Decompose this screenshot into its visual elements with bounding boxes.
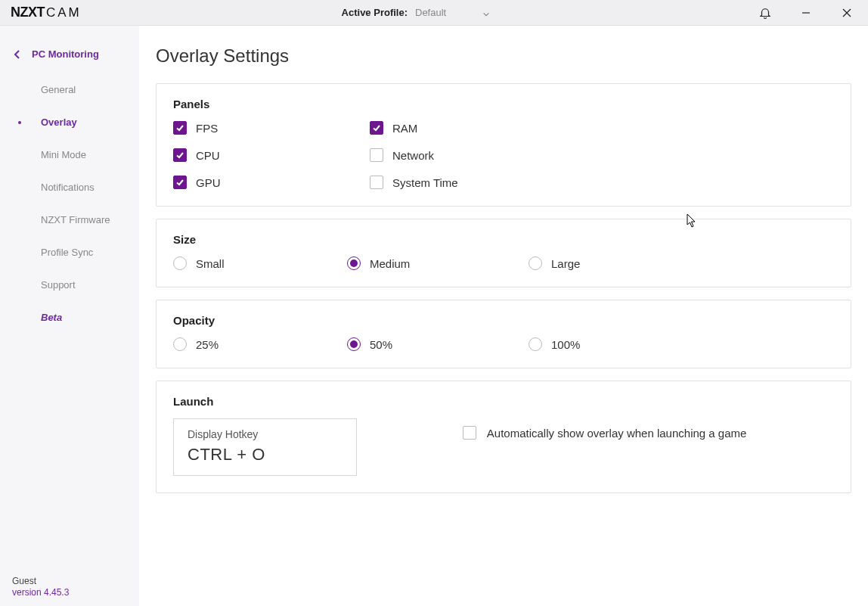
sidebar-item-profile-sync[interactable]: Profile Sync xyxy=(0,236,139,269)
radio-label: 25% xyxy=(196,338,219,351)
size-option-small: Small xyxy=(173,256,347,270)
checkbox-system-time[interactable] xyxy=(370,176,383,189)
size-title: Size xyxy=(173,233,834,246)
titlebar-center: Active Profile: Default xyxy=(82,7,750,18)
sidebar-footer: Guest version 4.45.3 xyxy=(0,576,139,606)
profile-value: Default xyxy=(415,7,446,18)
sidebar-back[interactable]: PC Monitoring xyxy=(0,42,139,66)
sidebar: PC Monitoring GeneralOverlayMini ModeNot… xyxy=(0,26,139,606)
sidebar-item-general[interactable]: General xyxy=(0,73,139,106)
chevron-left-icon xyxy=(14,50,21,59)
sidebar-item-beta[interactable]: Beta xyxy=(0,301,139,334)
app-logo: NZXTCAM xyxy=(11,5,82,20)
main-content: Overlay Settings Panels FPSRAMCPUNetwork… xyxy=(139,26,868,606)
checkbox-label: GPU xyxy=(196,176,221,189)
opacity-option-25: 25% xyxy=(173,337,347,351)
sidebar-item-support[interactable]: Support xyxy=(0,269,139,301)
size-option-medium: Medium xyxy=(347,256,529,270)
opacity-option-50: 50% xyxy=(347,337,529,351)
size-option-large: Large xyxy=(529,256,710,270)
opacity-radio-25[interactable] xyxy=(173,337,187,351)
panel-option-cpu: CPU xyxy=(173,148,370,162)
sidebar-section-title: PC Monitoring xyxy=(32,48,99,60)
checkbox-ram[interactable] xyxy=(370,121,383,135)
footer-user: Guest xyxy=(12,576,139,587)
size-grid: SmallMediumLarge xyxy=(173,256,834,270)
opacity-section: Opacity 25%50%100% xyxy=(156,300,851,368)
opacity-option-100: 100% xyxy=(529,337,710,351)
page-title: Overlay Settings xyxy=(156,45,851,67)
panel-option-fps: FPS xyxy=(173,121,370,135)
panel-option-gpu: GPU xyxy=(173,176,370,189)
close-icon xyxy=(842,8,851,17)
panels-grid: FPSRAMCPUNetworkGPUSystem Time xyxy=(173,121,834,189)
footer-version[interactable]: version 4.45.3 xyxy=(12,587,139,598)
autoshow-label: Automatically show overlay when launchin… xyxy=(487,427,747,440)
panel-option-network: Network xyxy=(370,148,566,162)
active-profile-label: Active Profile: xyxy=(342,7,408,18)
checkbox-label: CPU xyxy=(196,149,220,162)
checkbox-label: FPS xyxy=(196,122,218,135)
sidebar-item-notifications[interactable]: Notifications xyxy=(0,171,139,204)
sidebar-item-nzxt-firmware[interactable]: NZXT Firmware xyxy=(0,204,139,236)
sidebar-nav: GeneralOverlayMini ModeNotificationsNZXT… xyxy=(0,66,139,334)
checkbox-label: System Time xyxy=(392,176,458,189)
opacity-grid: 25%50%100% xyxy=(173,337,834,351)
titlebar: NZXTCAM Active Profile: Default xyxy=(0,0,868,26)
bell-icon xyxy=(758,6,772,20)
brand-suffix: CAM xyxy=(46,5,82,20)
checkbox-cpu[interactable] xyxy=(173,148,187,162)
autoshow-checkbox[interactable] xyxy=(463,426,476,440)
panels-section: Panels FPSRAMCPUNetworkGPUSystem Time xyxy=(156,83,851,207)
brand-text: NZXT xyxy=(11,5,45,20)
minimize-icon xyxy=(801,8,811,17)
hotkey-value: CTRL + O xyxy=(188,445,265,465)
titlebar-right xyxy=(750,2,862,23)
checkbox-label: RAM xyxy=(392,122,417,135)
opacity-radio-50[interactable] xyxy=(347,337,361,351)
size-radio-large[interactable] xyxy=(529,256,542,270)
size-radio-medium[interactable] xyxy=(347,256,361,270)
sidebar-item-overlay[interactable]: Overlay xyxy=(0,106,139,138)
checkbox-gpu[interactable] xyxy=(173,176,187,189)
opacity-title: Opacity xyxy=(173,314,834,327)
checkbox-fps[interactable] xyxy=(173,121,187,135)
radio-label: Large xyxy=(551,257,580,270)
checkbox-network[interactable] xyxy=(370,148,383,162)
chevron-down-icon xyxy=(482,9,490,17)
panel-option-system-time: System Time xyxy=(370,176,566,189)
sidebar-item-mini-mode[interactable]: Mini Mode xyxy=(0,138,139,171)
autoshow-row: Automatically show overlay when launchin… xyxy=(463,418,747,440)
size-radio-small[interactable] xyxy=(173,256,187,270)
close-button[interactable] xyxy=(832,2,862,23)
launch-section: Launch Display Hotkey CTRL + O Automatic… xyxy=(156,381,851,493)
checkbox-label: Network xyxy=(392,149,434,162)
minimize-button[interactable] xyxy=(791,2,821,23)
radio-label: 50% xyxy=(370,338,392,351)
hotkey-box[interactable]: Display Hotkey CTRL + O xyxy=(173,418,357,476)
panels-title: Panels xyxy=(173,98,834,110)
size-section: Size SmallMediumLarge xyxy=(156,219,851,287)
opacity-radio-100[interactable] xyxy=(529,337,542,351)
panel-option-ram: RAM xyxy=(370,121,566,135)
profile-dropdown[interactable]: Default xyxy=(415,7,490,18)
notifications-button[interactable] xyxy=(750,2,780,23)
hotkey-label: Display Hotkey xyxy=(188,428,265,440)
radio-label: Medium xyxy=(370,257,410,270)
radio-label: Small xyxy=(196,257,225,270)
launch-title: Launch xyxy=(173,395,834,408)
radio-label: 100% xyxy=(551,338,580,351)
